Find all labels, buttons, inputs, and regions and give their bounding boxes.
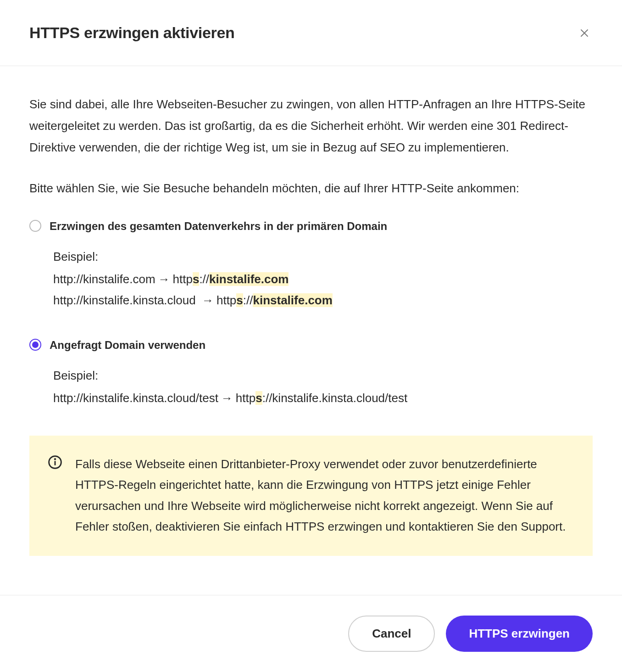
confirm-button[interactable]: HTTPS erzwingen [446, 616, 593, 652]
close-icon [579, 28, 590, 39]
example-primary-domain: Beispiel: http://kinstalife.com→https://… [53, 246, 593, 311]
modal-header: HTTPS erzwingen aktivieren [0, 0, 622, 66]
example-line-1: http://kinstalife.kinsta.cloud/test→http… [53, 387, 593, 409]
modal-title: HTTPS erzwingen aktivieren [29, 24, 235, 42]
info-box: Falls diese Webseite einen Drittanbieter… [29, 436, 593, 556]
modal: HTTPS erzwingen aktivieren Sie sind dabe… [0, 0, 622, 672]
option-requested-domain-label: Angefragt Domain verwenden [50, 338, 205, 352]
close-button[interactable] [576, 25, 593, 41]
option-requested-domain[interactable]: Angefragt Domain verwenden [29, 338, 593, 352]
prompt-text: Bitte wählen Sie, wie Sie Besuche behand… [29, 178, 593, 198]
radio-primary-domain[interactable] [29, 220, 41, 232]
example-label: Beispiel: [53, 246, 593, 268]
option-primary-domain-label: Erzwingen des gesamten Datenverkehrs in … [50, 219, 387, 233]
arrow-icon: → [221, 391, 233, 405]
example-label: Beispiel: [53, 365, 593, 386]
info-text: Falls diese Webseite einen Drittanbieter… [75, 454, 574, 538]
example-line-2: http://kinstalife.kinsta.cloud →https://… [53, 290, 593, 311]
example-line-1: http://kinstalife.com→https://kinstalife… [53, 269, 593, 290]
modal-footer: Cancel HTTPS erzwingen [0, 595, 622, 672]
intro-text: Sie sind dabei, alle Ihre Webseiten-Besu… [29, 94, 593, 158]
info-icon [48, 455, 62, 470]
option-primary-domain[interactable]: Erzwingen des gesamten Datenverkehrs in … [29, 219, 593, 233]
radio-requested-domain[interactable] [29, 339, 41, 351]
svg-point-4 [55, 459, 56, 459]
arrow-icon: → [158, 272, 170, 286]
modal-body: Sie sind dabei, alle Ihre Webseiten-Besu… [0, 66, 622, 595]
arrow-icon: → [202, 293, 214, 307]
example-requested-domain: Beispiel: http://kinstalife.kinsta.cloud… [53, 365, 593, 409]
cancel-button[interactable]: Cancel [348, 616, 435, 652]
